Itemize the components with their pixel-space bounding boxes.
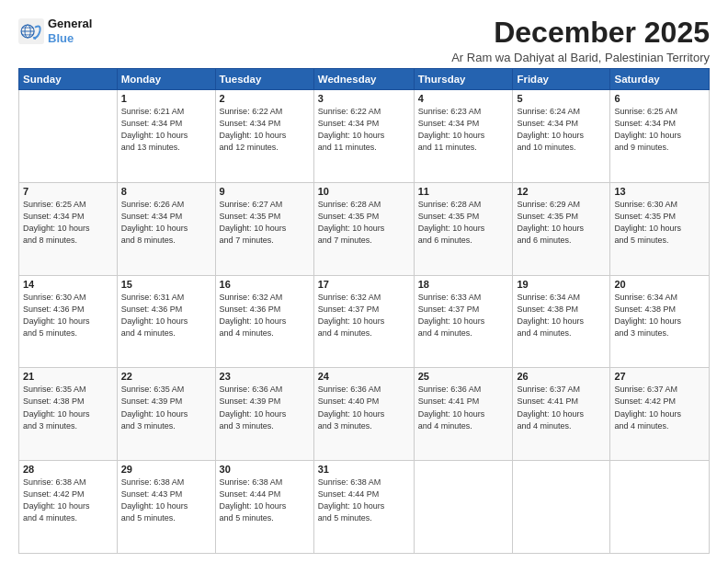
day-number: 21 xyxy=(23,371,113,382)
table-row: 5Sunrise: 6:24 AM Sunset: 4:34 PM Daylig… xyxy=(513,90,610,183)
table-row: 1Sunrise: 6:21 AM Sunset: 4:34 PM Daylig… xyxy=(117,90,215,183)
day-info: Sunrise: 6:30 AM Sunset: 4:35 PM Dayligh… xyxy=(614,199,705,247)
table-row: 16Sunrise: 6:32 AM Sunset: 4:36 PM Dayli… xyxy=(215,275,313,368)
day-number: 9 xyxy=(220,186,310,197)
table-row: 20Sunrise: 6:34 AM Sunset: 4:38 PM Dayli… xyxy=(610,275,710,368)
day-info: Sunrise: 6:26 AM Sunset: 4:34 PM Dayligh… xyxy=(121,199,211,247)
day-number: 13 xyxy=(614,186,705,197)
day-info: Sunrise: 6:35 AM Sunset: 4:38 PM Dayligh… xyxy=(23,384,113,431)
month-title: December 2025 xyxy=(451,17,710,49)
title-area: December 2025 Ar Ram wa Dahiyat al Barid… xyxy=(451,17,710,64)
day-number: 17 xyxy=(318,279,410,290)
table-row: 11Sunrise: 6:28 AM Sunset: 4:35 PM Dayli… xyxy=(414,182,513,275)
col-tuesday: Tuesday xyxy=(215,69,313,90)
day-number: 15 xyxy=(121,279,211,290)
day-info: Sunrise: 6:22 AM Sunset: 4:34 PM Dayligh… xyxy=(318,106,410,154)
day-info: Sunrise: 6:25 AM Sunset: 4:34 PM Dayligh… xyxy=(614,106,705,154)
day-number: 6 xyxy=(614,93,705,104)
col-monday: Monday xyxy=(117,69,215,90)
header-row: Sunday Monday Tuesday Wednesday Thursday… xyxy=(19,69,710,90)
table-row: 24Sunrise: 6:36 AM Sunset: 4:40 PM Dayli… xyxy=(313,368,414,461)
day-number: 10 xyxy=(318,186,410,197)
day-info: Sunrise: 6:31 AM Sunset: 4:36 PM Dayligh… xyxy=(121,292,211,339)
table-row: 30Sunrise: 6:38 AM Sunset: 4:44 PM Dayli… xyxy=(215,461,313,554)
table-row: 14Sunrise: 6:30 AM Sunset: 4:36 PM Dayli… xyxy=(19,275,118,368)
day-info: Sunrise: 6:32 AM Sunset: 4:37 PM Dayligh… xyxy=(318,292,410,339)
day-info: Sunrise: 6:37 AM Sunset: 4:42 PM Dayligh… xyxy=(614,384,705,431)
day-info: Sunrise: 6:21 AM Sunset: 4:34 PM Dayligh… xyxy=(121,106,211,154)
table-row: 15Sunrise: 6:31 AM Sunset: 4:36 PM Dayli… xyxy=(117,275,215,368)
day-info: Sunrise: 6:32 AM Sunset: 4:36 PM Dayligh… xyxy=(220,292,310,339)
day-number: 23 xyxy=(220,371,310,382)
day-number: 4 xyxy=(418,93,509,104)
table-row xyxy=(19,90,118,183)
table-row xyxy=(414,461,513,554)
table-row: 6Sunrise: 6:25 AM Sunset: 4:34 PM Daylig… xyxy=(610,90,710,183)
calendar-week-3: 21Sunrise: 6:35 AM Sunset: 4:38 PM Dayli… xyxy=(19,368,710,461)
header: General Blue December 2025 Ar Ram wa Dah… xyxy=(18,17,710,64)
day-number: 24 xyxy=(318,371,410,382)
day-number: 22 xyxy=(121,371,211,382)
calendar-week-2: 14Sunrise: 6:30 AM Sunset: 4:36 PM Dayli… xyxy=(19,275,710,368)
day-number: 5 xyxy=(517,93,606,104)
day-info: Sunrise: 6:25 AM Sunset: 4:34 PM Dayligh… xyxy=(23,199,113,247)
day-number: 12 xyxy=(517,186,606,197)
day-number: 19 xyxy=(517,279,606,290)
calendar-week-4: 28Sunrise: 6:38 AM Sunset: 4:42 PM Dayli… xyxy=(19,461,710,554)
logo-icon xyxy=(18,18,44,44)
day-info: Sunrise: 6:33 AM Sunset: 4:37 PM Dayligh… xyxy=(418,292,509,339)
day-number: 1 xyxy=(121,93,211,104)
table-row: 3Sunrise: 6:22 AM Sunset: 4:34 PM Daylig… xyxy=(313,90,414,183)
day-info: Sunrise: 6:30 AM Sunset: 4:36 PM Dayligh… xyxy=(23,292,113,339)
day-number: 3 xyxy=(318,93,410,104)
table-row: 4Sunrise: 6:23 AM Sunset: 4:34 PM Daylig… xyxy=(414,90,513,183)
day-number: 25 xyxy=(418,371,509,382)
day-number: 16 xyxy=(220,279,310,290)
table-row: 10Sunrise: 6:28 AM Sunset: 4:35 PM Dayli… xyxy=(313,182,414,275)
day-number: 28 xyxy=(23,464,113,475)
day-number: 18 xyxy=(418,279,509,290)
day-number: 26 xyxy=(517,371,606,382)
table-row: 25Sunrise: 6:36 AM Sunset: 4:41 PM Dayli… xyxy=(414,368,513,461)
calendar-week-0: 1Sunrise: 6:21 AM Sunset: 4:34 PM Daylig… xyxy=(19,90,710,183)
day-number: 2 xyxy=(220,93,310,104)
day-number: 20 xyxy=(614,279,705,290)
table-row: 7Sunrise: 6:25 AM Sunset: 4:34 PM Daylig… xyxy=(19,182,118,275)
table-row: 29Sunrise: 6:38 AM Sunset: 4:43 PM Dayli… xyxy=(117,461,215,554)
day-info: Sunrise: 6:29 AM Sunset: 4:35 PM Dayligh… xyxy=(517,199,606,247)
table-row: 19Sunrise: 6:34 AM Sunset: 4:38 PM Dayli… xyxy=(513,275,610,368)
table-row: 22Sunrise: 6:35 AM Sunset: 4:39 PM Dayli… xyxy=(117,368,215,461)
day-info: Sunrise: 6:36 AM Sunset: 4:39 PM Dayligh… xyxy=(220,384,310,431)
table-row: 23Sunrise: 6:36 AM Sunset: 4:39 PM Dayli… xyxy=(215,368,313,461)
day-info: Sunrise: 6:23 AM Sunset: 4:34 PM Dayligh… xyxy=(418,106,509,154)
table-row: 13Sunrise: 6:30 AM Sunset: 4:35 PM Dayli… xyxy=(610,182,710,275)
table-row: 2Sunrise: 6:22 AM Sunset: 4:34 PM Daylig… xyxy=(215,90,313,183)
col-wednesday: Wednesday xyxy=(313,69,414,90)
table-row: 12Sunrise: 6:29 AM Sunset: 4:35 PM Dayli… xyxy=(513,182,610,275)
day-info: Sunrise: 6:35 AM Sunset: 4:39 PM Dayligh… xyxy=(121,384,211,431)
table-row: 21Sunrise: 6:35 AM Sunset: 4:38 PM Dayli… xyxy=(19,368,118,461)
day-info: Sunrise: 6:36 AM Sunset: 4:41 PM Dayligh… xyxy=(418,384,509,431)
page: General Blue December 2025 Ar Ram wa Dah… xyxy=(0,0,728,563)
day-number: 14 xyxy=(23,279,113,290)
day-info: Sunrise: 6:34 AM Sunset: 4:38 PM Dayligh… xyxy=(517,292,606,339)
calendar-week-1: 7Sunrise: 6:25 AM Sunset: 4:34 PM Daylig… xyxy=(19,182,710,275)
logo-text: General Blue xyxy=(48,17,92,45)
table-row: 31Sunrise: 6:38 AM Sunset: 4:44 PM Dayli… xyxy=(313,461,414,554)
table-row xyxy=(610,461,710,554)
day-info: Sunrise: 6:38 AM Sunset: 4:44 PM Dayligh… xyxy=(220,477,310,524)
col-friday: Friday xyxy=(513,69,610,90)
day-number: 31 xyxy=(318,464,410,475)
day-number: 11 xyxy=(418,186,509,197)
logo-line1: General xyxy=(48,17,92,31)
col-saturday: Saturday xyxy=(610,69,710,90)
day-info: Sunrise: 6:28 AM Sunset: 4:35 PM Dayligh… xyxy=(418,199,509,247)
day-info: Sunrise: 6:34 AM Sunset: 4:38 PM Dayligh… xyxy=(614,292,705,339)
day-info: Sunrise: 6:27 AM Sunset: 4:35 PM Dayligh… xyxy=(220,199,310,247)
day-number: 7 xyxy=(23,186,113,197)
table-row: 28Sunrise: 6:38 AM Sunset: 4:42 PM Dayli… xyxy=(19,461,118,554)
table-row: 17Sunrise: 6:32 AM Sunset: 4:37 PM Dayli… xyxy=(313,275,414,368)
day-info: Sunrise: 6:36 AM Sunset: 4:40 PM Dayligh… xyxy=(318,384,410,431)
day-number: 27 xyxy=(614,371,705,382)
logo-line2: Blue xyxy=(48,31,92,46)
